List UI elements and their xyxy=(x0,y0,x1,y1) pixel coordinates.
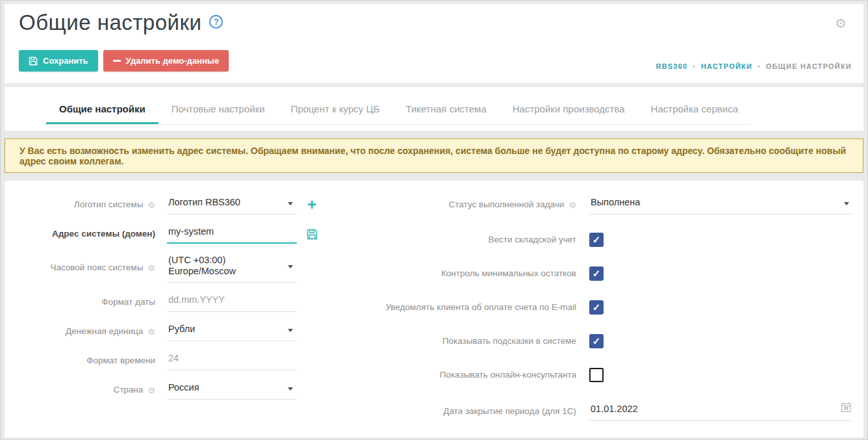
form-row-system-address: Адрес системы (домен) xyxy=(18,224,355,244)
header: Общие настройки? ⚙ Сохранить Удалить дем… xyxy=(5,4,863,83)
tab-cb-rate-percent[interactable]: Процент к курсу ЦБ xyxy=(278,92,393,124)
show-online-consultant-label: Показывать онлайн-консультанта xyxy=(440,370,576,381)
floppy-icon xyxy=(29,57,38,66)
country-value: Россия xyxy=(168,382,199,393)
task-status-select[interactable]: Выполнена xyxy=(589,195,853,214)
page-title: Общие настройки? xyxy=(19,10,223,35)
timezone-select[interactable]: (UTC +03:00) Europe/Moscow xyxy=(167,253,297,283)
form-row-notify-client-email: Уведомлять клиента об оплате счета по E-… xyxy=(355,300,853,315)
field-gear-icon[interactable]: ⚙ xyxy=(568,201,576,209)
form-row-country: Страна ⚙ Россия xyxy=(18,380,355,400)
timezone-value: (UTC +03:00) Europe/Moscow xyxy=(168,255,296,276)
show-hints-checkbox[interactable]: ✓ xyxy=(589,334,604,348)
notice-banner: У Вас есть возможность изменить адрес си… xyxy=(5,138,863,173)
chevron-down-icon xyxy=(288,202,293,205)
breadcrumb-current: ОБЩИЕ НАСТРОЙКИ xyxy=(766,62,852,70)
show-online-consultant-checkbox[interactable] xyxy=(589,368,604,382)
task-status-value: Выполнена xyxy=(591,197,640,207)
country-select[interactable]: Россия xyxy=(167,380,297,400)
system-logo-label: Логотип системы xyxy=(74,200,144,211)
form-row-min-stock-control: Контроль минимальных остатков ✓ xyxy=(355,266,853,281)
chevron-down-icon xyxy=(844,202,849,205)
tab-general-settings[interactable]: Общие настройки xyxy=(46,92,159,124)
show-hints-label: Показывать подсказки в системе xyxy=(442,336,576,347)
form-row-currency: Денежная единица ⚙ Рубли xyxy=(18,322,355,341)
field-gear-icon[interactable]: ⚙ xyxy=(147,386,155,395)
check-icon: ✓ xyxy=(593,268,601,279)
form-row-time-format: Формат времени xyxy=(18,351,355,370)
country-label: Страна xyxy=(113,385,143,396)
tab-ticket-system[interactable]: Тикетная система xyxy=(392,92,499,124)
tab-production-settings[interactable]: Настройки производства xyxy=(500,92,638,124)
date-format-field xyxy=(167,292,297,312)
min-stock-control-label: Контроль минимальных остатков xyxy=(441,268,576,279)
help-icon[interactable]: ? xyxy=(209,15,223,29)
tab-service-settings[interactable]: Настройка сервиса xyxy=(638,92,751,124)
settings-form: Логотип системы ⚙ Логотип RBS360 + Адрес… xyxy=(5,181,863,437)
period-close-date-label: Дата закрытие периода (для 1C) xyxy=(443,406,576,417)
system-address-label: Адрес системы (домен) xyxy=(52,229,155,240)
form-row-period-close-date: Дата закрытие периода (для 1C) xyxy=(355,402,853,421)
time-format-label: Формат времени xyxy=(86,356,155,367)
delete-demo-data-button[interactable]: Удалить демо-данные xyxy=(103,50,229,71)
breadcrumb-separator-icon: • xyxy=(758,63,761,70)
chevron-down-icon xyxy=(288,329,293,332)
form-row-date-format: Формат даты xyxy=(18,292,355,312)
gear-icon[interactable]: ⚙ xyxy=(835,17,847,30)
chevron-down-icon xyxy=(288,265,293,268)
system-logo-select[interactable]: Логотип RBS360 xyxy=(167,195,297,214)
page-title-text: Общие настройки xyxy=(19,10,201,34)
field-gear-icon[interactable]: ⚙ xyxy=(147,264,155,272)
form-row-warehouse-accounting: Вести складской учет ✓ xyxy=(355,233,853,247)
time-format-field xyxy=(167,351,297,370)
date-format-label: Формат даты xyxy=(101,297,155,308)
breadcrumb-link-rbs360[interactable]: RBS360 xyxy=(656,62,687,70)
min-stock-control-checkbox[interactable]: ✓ xyxy=(589,266,604,281)
form-row-show-hints: Показывать подсказки в системе ✓ xyxy=(355,334,853,348)
time-format-input[interactable] xyxy=(168,353,296,363)
system-address-field xyxy=(167,224,297,244)
save-address-button[interactable] xyxy=(307,229,318,240)
timezone-label: Часовой пояс системы xyxy=(50,263,143,274)
breadcrumb-link-settings[interactable]: НАСТРОЙКИ xyxy=(701,62,752,70)
breadcrumb-separator-icon: • xyxy=(693,63,696,70)
calendar-icon[interactable] xyxy=(841,402,852,413)
notice-text: У Вас есть возможность изменить адрес си… xyxy=(19,146,849,166)
header-actions: Сохранить Удалить демо-данные xyxy=(19,50,229,71)
tab-mail-settings[interactable]: Почтовые настройки xyxy=(159,92,278,124)
check-icon: ✓ xyxy=(593,302,601,313)
system-address-input[interactable] xyxy=(168,226,296,237)
save-button-label: Сохранить xyxy=(43,56,88,66)
form-row-task-status: Статус выполненной задачи ⚙ Выполнена xyxy=(355,195,853,214)
task-status-label: Статус выполненной задачи xyxy=(449,200,565,211)
warehouse-accounting-checkbox[interactable]: ✓ xyxy=(589,233,604,247)
chevron-down-icon xyxy=(288,387,293,391)
field-gear-icon[interactable]: ⚙ xyxy=(147,201,155,209)
minus-icon xyxy=(113,60,121,62)
delete-button-label: Удалить демо-данные xyxy=(126,56,220,66)
add-logo-button[interactable]: + xyxy=(307,197,316,213)
warehouse-accounting-label: Вести складской учет xyxy=(489,235,576,246)
save-button[interactable]: Сохранить xyxy=(19,50,98,71)
period-close-date-input[interactable] xyxy=(591,404,852,414)
form-left-column: Логотип системы ⚙ Логотип RBS360 + Адрес… xyxy=(18,195,355,437)
tab-list: Общие настройки Почтовые настройки Проце… xyxy=(46,92,751,125)
general-settings-page: Общие настройки? ⚙ Сохранить Удалить дем… xyxy=(0,0,868,440)
currency-value: Рубли xyxy=(168,324,195,334)
field-gear-icon[interactable]: ⚙ xyxy=(147,328,155,336)
form-right-column: Статус выполненной задачи ⚙ Выполнена Ве… xyxy=(355,195,853,437)
notify-client-email-checkbox[interactable]: ✓ xyxy=(589,300,604,315)
period-close-date-field xyxy=(589,402,853,421)
check-icon: ✓ xyxy=(593,234,601,246)
breadcrumb: RBS360 • НАСТРОЙКИ • ОБЩИЕ НАСТРОЙКИ xyxy=(656,62,852,70)
form-row-timezone: Часовой пояс системы ⚙ (UTC +03:00) Euro… xyxy=(18,253,355,283)
system-logo-value: Логотип RBS360 xyxy=(168,197,240,207)
form-row-show-online-consultant: Показывать онлайн-консультанта xyxy=(355,368,853,382)
notify-client-email-label: Уведомлять клиента об оплате счета по E-… xyxy=(385,302,576,313)
settings-tabs-bar: Общие настройки Почтовые настройки Проце… xyxy=(5,87,863,131)
form-row-system-logo: Логотип системы ⚙ Логотип RBS360 + xyxy=(18,195,355,214)
check-icon: ✓ xyxy=(593,335,601,347)
currency-label: Денежная единица xyxy=(66,326,143,337)
date-format-input[interactable] xyxy=(168,294,296,305)
currency-select[interactable]: Рубли xyxy=(167,322,297,341)
